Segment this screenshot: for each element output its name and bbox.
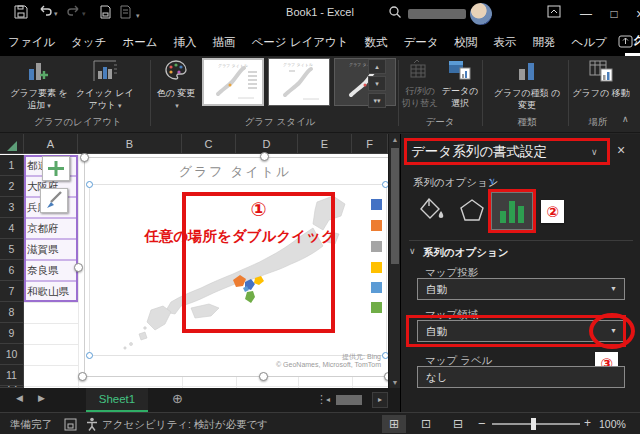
column-header-e[interactable]: E bbox=[298, 134, 352, 154]
close-button[interactable]: × bbox=[626, 4, 640, 24]
sheet-nav-left-icon[interactable]: ◀ bbox=[16, 393, 23, 403]
tab-page-layout[interactable]: ページ レイアウト bbox=[243, 28, 356, 56]
legend-key-2[interactable] bbox=[371, 220, 382, 231]
zoom-slider-thumb[interactable] bbox=[531, 418, 536, 430]
macro-record-icon[interactable] bbox=[64, 418, 77, 433]
map-labels-dropdown[interactable]: なし bbox=[417, 366, 625, 388]
page-break-view-icon[interactable]: ⊟ bbox=[446, 415, 470, 433]
pane-title-chevron-icon[interactable]: ∨ bbox=[591, 147, 598, 157]
vertical-scrollbar[interactable]: ▲ ▼ bbox=[388, 134, 400, 388]
fill-line-icon[interactable] bbox=[419, 196, 447, 226]
save-icon[interactable] bbox=[12, 5, 30, 23]
column-header-c[interactable]: C bbox=[182, 134, 236, 154]
chart-handle-bottom-left[interactable] bbox=[78, 372, 87, 381]
column-header-b[interactable]: B bbox=[78, 134, 182, 154]
chart-style-1-thumbnail[interactable]: グラフ タイトル bbox=[202, 58, 264, 106]
tab-view[interactable]: 表示 bbox=[486, 28, 525, 56]
move-chart-button[interactable]: グラフの 移動 bbox=[572, 59, 630, 115]
undo-dropdown-icon[interactable]: ▾ bbox=[54, 10, 58, 18]
chart-style-2-thumbnail[interactable]: グラフ タイトル bbox=[268, 58, 330, 106]
row-header-5[interactable]: 5 bbox=[0, 239, 24, 260]
vertical-scroll-thumb[interactable] bbox=[391, 148, 399, 264]
chart-handle-bottom-mid[interactable] bbox=[259, 372, 268, 381]
legend-key-1[interactable] bbox=[371, 199, 382, 210]
legend-key-4[interactable] bbox=[371, 262, 382, 273]
gallery-more-icon[interactable]: ▾▾ bbox=[368, 93, 386, 108]
maximize-button[interactable]: □ bbox=[600, 4, 628, 24]
pane-subsection-label[interactable]: 系列のオプション bbox=[423, 246, 508, 260]
normal-view-icon[interactable]: ⊞ bbox=[382, 415, 406, 433]
add-sheet-icon[interactable]: ⊕ bbox=[172, 391, 183, 406]
column-header-f[interactable]: F bbox=[352, 134, 388, 154]
row-header-6[interactable]: 6 bbox=[0, 260, 24, 281]
row-header-11[interactable]: 11 bbox=[0, 365, 24, 386]
quick-layout-button[interactable]: クイック レイアウト bbox=[74, 59, 136, 115]
map-projection-dropdown[interactable]: 自動 ▼ bbox=[417, 278, 625, 300]
chevron-right-icon[interactable]: › bbox=[634, 35, 638, 47]
tab-home[interactable]: ホーム bbox=[114, 28, 165, 56]
change-colors-button[interactable]: 色の 変更 bbox=[154, 59, 198, 115]
zoom-out-icon[interactable]: − bbox=[478, 416, 486, 431]
legend-key-3[interactable] bbox=[371, 241, 382, 252]
pane-close-icon[interactable]: × bbox=[617, 142, 625, 158]
print-preview-icon[interactable] bbox=[96, 5, 114, 23]
effects-icon[interactable] bbox=[459, 198, 485, 226]
row-header-3[interactable]: 3 bbox=[0, 197, 24, 218]
share-icon[interactable] bbox=[618, 34, 633, 53]
cell-a6[interactable]: 奈良県 bbox=[24, 260, 78, 281]
document-icon[interactable] bbox=[116, 5, 134, 23]
select-all-corner[interactable] bbox=[0, 134, 24, 154]
zoom-in-icon[interactable]: + bbox=[584, 416, 591, 430]
column-header-a[interactable]: A bbox=[24, 134, 78, 154]
chart-handle-top-mid[interactable] bbox=[260, 152, 269, 161]
row-header-2[interactable]: 2 bbox=[0, 176, 24, 197]
tab-review[interactable]: 校閲 bbox=[447, 28, 486, 56]
tab-touch[interactable]: タッチ bbox=[63, 28, 114, 56]
tab-draw[interactable]: 描画 bbox=[204, 28, 243, 56]
cell-a4[interactable]: 京都府 bbox=[24, 218, 78, 239]
hscroll-left-icon[interactable]: ◂ bbox=[326, 395, 330, 404]
chart-title[interactable]: グラフ タイトル bbox=[85, 163, 385, 181]
tab-file[interactable]: ファイル bbox=[0, 28, 63, 56]
pane-section-label[interactable]: 系列のオプション bbox=[413, 176, 498, 190]
zoom-slider-track[interactable] bbox=[492, 423, 580, 425]
horizontal-scroll-thumb[interactable] bbox=[336, 395, 362, 405]
change-chart-type-button[interactable]: グラフの種類 の変更 bbox=[490, 59, 564, 115]
cell-a7[interactable]: 和歌山県 bbox=[24, 281, 78, 302]
row-header-4[interactable]: 4 bbox=[0, 218, 24, 239]
select-data-button[interactable]: データの 選択 bbox=[440, 59, 480, 115]
avatar[interactable] bbox=[470, 3, 492, 25]
row-header-9[interactable]: 9 bbox=[0, 323, 24, 344]
collapse-ribbon-icon[interactable]: ∧ bbox=[622, 114, 629, 124]
gallery-down-icon[interactable]: ▾ bbox=[368, 76, 386, 91]
tab-developer[interactable]: 開発 bbox=[525, 28, 564, 56]
legend-key-5[interactable] bbox=[371, 282, 382, 293]
chart-handle-left-mid[interactable] bbox=[74, 263, 83, 272]
gallery-up-icon[interactable]: ▴ bbox=[368, 59, 386, 74]
plot-handle-tl[interactable] bbox=[86, 181, 93, 188]
row-header-10[interactable]: 10 bbox=[0, 344, 24, 365]
cell-a5[interactable]: 滋賀県 bbox=[24, 239, 78, 260]
qat-customize-icon[interactable]: ▾ bbox=[136, 12, 140, 20]
accessibility-status[interactable]: アクセシビリティ: 検討が必要です bbox=[102, 418, 268, 432]
sheet-nav-right-icon[interactable]: ▶ bbox=[38, 393, 45, 403]
add-chart-element-button[interactable]: グラフ要素 を追加 bbox=[8, 59, 70, 115]
zoom-level[interactable]: 100% bbox=[599, 418, 626, 430]
tab-data[interactable]: データ bbox=[396, 28, 447, 56]
search-icon[interactable] bbox=[386, 5, 404, 23]
undo-icon[interactable] bbox=[36, 5, 54, 23]
row-header-1[interactable]: 1 bbox=[0, 155, 24, 176]
subsection-chevron-icon[interactable]: ∨ bbox=[409, 246, 416, 256]
dropdown-arrow-icon[interactable]: ▼ bbox=[610, 279, 617, 299]
chart-style-3-thumbnail[interactable]: グラフ タイトル bbox=[334, 58, 396, 106]
section-chevron-icon[interactable]: ∨ bbox=[489, 176, 496, 186]
page-layout-view-icon[interactable]: ⊡ bbox=[414, 415, 438, 433]
row-header-8[interactable]: 8 bbox=[0, 302, 24, 323]
chart-handle-top-left[interactable] bbox=[80, 153, 89, 162]
ribbon-display-options-icon[interactable] bbox=[540, 4, 568, 24]
legend-key-6[interactable] bbox=[371, 302, 382, 313]
plot-handle-bl[interactable] bbox=[86, 352, 93, 359]
tab-insert[interactable]: 挿入 bbox=[165, 28, 204, 56]
tab-help[interactable]: ヘルプ bbox=[564, 28, 615, 56]
tab-formulas[interactable]: 数式 bbox=[357, 28, 396, 56]
